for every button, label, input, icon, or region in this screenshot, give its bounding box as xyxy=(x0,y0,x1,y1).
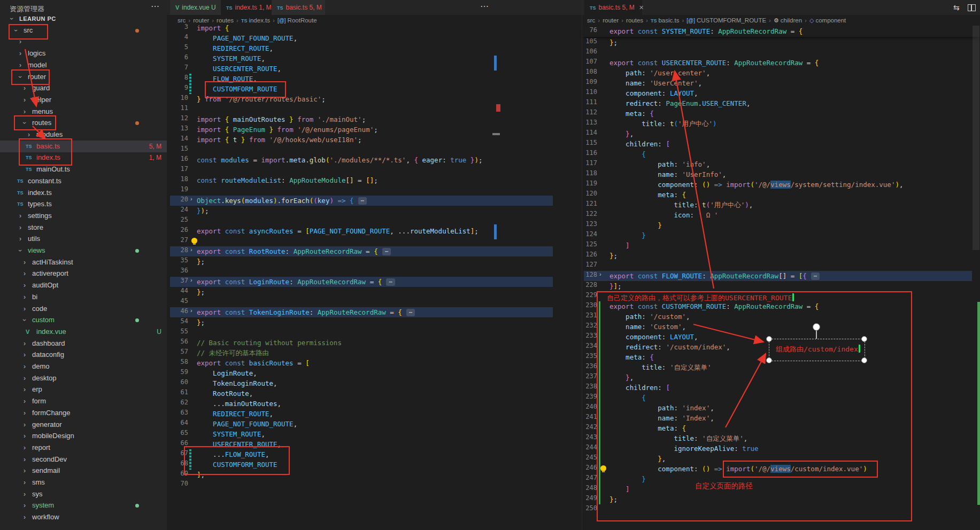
chevron-right-icon[interactable]: › xyxy=(21,94,28,106)
chevron-right-icon[interactable]: › xyxy=(21,488,28,500)
chevron-right-icon[interactable]: › xyxy=(17,222,24,233)
textbox-handle[interactable] xyxy=(861,336,867,342)
fold-ellipsis[interactable]: ⋯ xyxy=(358,197,367,205)
tree-item-report[interactable]: ›report xyxy=(0,442,167,454)
code-line-240[interactable]: path: 'index', xyxy=(609,403,714,413)
tree-item-views[interactable]: ›views xyxy=(0,245,167,256)
chevron-right-icon[interactable]: › xyxy=(21,268,28,279)
chevron-right-icon[interactable]: › xyxy=(21,430,28,442)
code-line-8[interactable]: FLOW_ROUTE, xyxy=(197,74,257,84)
tree-item-generator[interactable]: ›generator xyxy=(0,419,167,431)
code-line-243[interactable]: title: '自定义菜单', xyxy=(609,433,747,443)
tree-item-system[interactable]: ›system xyxy=(0,500,167,511)
chevron-down-icon[interactable]: › xyxy=(13,25,19,36)
fold-chevron-icon[interactable]: › xyxy=(599,271,601,277)
chevron-right-icon[interactable]: › xyxy=(17,36,24,48)
tree-item-formChange[interactable]: ›formChange xyxy=(0,407,167,419)
code-line-126[interactable]: }; xyxy=(609,251,618,261)
tree-item-mobileDesign[interactable]: ›mobileDesign xyxy=(0,430,167,442)
tree-item-sms[interactable]: ›sms xyxy=(0,477,167,488)
code-line-54[interactable]: }; xyxy=(197,317,205,328)
tree-item-menus[interactable]: ›menus xyxy=(0,106,167,118)
code-line-235[interactable]: meta: { xyxy=(609,352,654,362)
code-line-13[interactable]: import { PageEnum } from '/@/enums/pageE… xyxy=(197,124,378,135)
fold-ellipsis[interactable]: ⋯ xyxy=(382,248,391,255)
tree-item-bi[interactable]: ›bi xyxy=(0,291,167,303)
code-line-5[interactable]: REDIRECT_ROUTE, xyxy=(197,43,273,53)
code-line-62[interactable]: ...mainOutRoutes, xyxy=(197,399,281,409)
code-line-237[interactable]: }, xyxy=(609,372,634,383)
code-line-56[interactable]: // Basic routing without permissions xyxy=(197,338,342,348)
chevron-right-icon[interactable]: › xyxy=(21,511,28,523)
tree-item-routes[interactable]: ›routes xyxy=(0,117,167,129)
chevron-down-icon[interactable]: › xyxy=(21,314,28,326)
chevron-right-icon[interactable]: › xyxy=(21,303,28,315)
code-line-6[interactable]: SYSTEM_ROUTE, xyxy=(197,53,265,64)
breadcrumb-item[interactable]: src xyxy=(587,17,595,24)
code-line-3[interactable]: import { xyxy=(197,23,229,33)
chevron-right-icon[interactable]: › xyxy=(17,210,24,222)
code-line-233[interactable]: component: LAYOUT, xyxy=(609,332,698,342)
code-line-231[interactable]: path: '/custom', xyxy=(609,311,690,322)
code-line-105[interactable]: }; xyxy=(609,37,618,48)
code-line-58[interactable]: export const basicRoutes = [ xyxy=(197,358,310,368)
code-line-109[interactable]: name: 'UserCenter', xyxy=(609,78,702,88)
chevron-right-icon[interactable]: › xyxy=(21,256,28,268)
tree-item-constant.ts[interactable]: TSconstant.ts xyxy=(0,175,167,187)
chevron-right-icon[interactable]: › xyxy=(21,500,28,511)
code-line-117[interactable]: path: 'info', xyxy=(609,159,710,169)
code-line-232[interactable]: name: 'Custom', xyxy=(609,322,686,332)
textbox-handle[interactable] xyxy=(766,357,772,363)
code-line-37[interactable]: export const LoginRoute: AppRouteRecordR… xyxy=(197,277,395,287)
tree-item-actHiTaskinst[interactable]: ›actHiTaskinst xyxy=(0,256,167,268)
code-line-242[interactable]: meta: { xyxy=(609,423,686,433)
tree-item-workflow[interactable]: ›workflow xyxy=(0,511,167,523)
code-line-67[interactable]: ...FLOW_ROUTE, xyxy=(197,449,269,459)
tree-item-modules[interactable]: ›modules xyxy=(0,129,167,141)
code-line-128[interactable]: export const FLOW_ROUTE: AppRouteRecordR… xyxy=(609,271,820,281)
code-line-241[interactable]: name: 'Index', xyxy=(609,413,714,423)
tab-index.ts[interactable]: TSindex.ts 1, M✕ xyxy=(221,0,272,15)
code-line-57[interactable]: // 未经许可的基本路由 xyxy=(197,348,269,358)
tree-item-guard[interactable]: ›guard xyxy=(0,82,167,94)
chevron-right-icon[interactable]: › xyxy=(17,48,24,59)
middle-editor-more-actions-icon[interactable]: ⋯ xyxy=(480,1,489,11)
tree-item-sendmail[interactable]: ›sendmail xyxy=(0,465,167,477)
breadcrumb-item[interactable]: routes xyxy=(626,17,643,24)
code-line-46[interactable]: export const TokenLoginRoute: AppRouteRe… xyxy=(197,307,415,317)
chevron-right-icon[interactable]: › xyxy=(21,291,28,303)
code-line-69[interactable]: ]; xyxy=(197,470,205,480)
code-line-234[interactable]: redirect: '/custom/index', xyxy=(609,342,730,352)
code-line-68[interactable]: CUSTOMFORM_ROUTE xyxy=(197,459,277,470)
code-line-118[interactable]: name: 'UserInfo', xyxy=(609,169,726,180)
project-root[interactable]: ›LEARUN PC xyxy=(0,13,167,25)
code-line-65[interactable]: SYSTEM_ROUTE, xyxy=(197,429,265,439)
code-line-14[interactable]: import { t } from '/@/hooks/web/useI18n'… xyxy=(197,135,362,145)
chevron-right-icon[interactable]: › xyxy=(21,361,28,372)
lightbulb-icon[interactable] xyxy=(191,238,197,244)
breadcrumb-item[interactable]: basic.ts xyxy=(658,17,679,24)
chevron-right-icon[interactable]: › xyxy=(21,454,28,465)
code-line-107[interactable]: export const USERCENTER_ROUTE: AppRouteR… xyxy=(609,58,819,68)
chevron-down-icon[interactable]: › xyxy=(21,117,28,129)
code-line-236[interactable]: title: '自定义菜单' xyxy=(609,362,711,372)
tree-item-activereport[interactable]: ›activereport xyxy=(0,268,167,279)
code-line-12[interactable]: import { mainOutRoutes } from './mainOut… xyxy=(197,114,366,124)
tree-item-model[interactable]: ›model xyxy=(0,59,167,71)
code-line-66[interactable]: USERCENTER_ROUTE, xyxy=(197,439,281,449)
breadcrumb-item[interactable]: CUSTOMFORM_ROUTE xyxy=(697,17,766,24)
tree-item-secondDev[interactable]: ›secondDev xyxy=(0,454,167,465)
tree-item-index.vue[interactable]: Vindex.vueU xyxy=(0,326,167,338)
code-line-108[interactable]: path: '/user-center', xyxy=(609,68,710,78)
tab-index.vue[interactable]: Vindex.vue U xyxy=(170,0,221,15)
code-line-18[interactable]: const routeModuleList: AppRouteModule[] … xyxy=(197,175,378,185)
tree-item-store[interactable]: ›store xyxy=(0,222,167,233)
fold-ellipsis[interactable]: ⋯ xyxy=(406,309,415,316)
code-line-16[interactable]: const modules = import.meta.glob('./modu… xyxy=(197,155,482,165)
code-line-239[interactable]: { xyxy=(609,393,646,403)
chevron-right-icon[interactable]: › xyxy=(21,106,28,118)
chevron-right-icon[interactable]: › xyxy=(21,395,28,407)
code-line-116[interactable]: { xyxy=(609,149,646,159)
code-line-112[interactable]: meta: { xyxy=(609,108,654,119)
tree-item-basic.ts[interactable]: TSbasic.ts5, M xyxy=(0,141,167,152)
